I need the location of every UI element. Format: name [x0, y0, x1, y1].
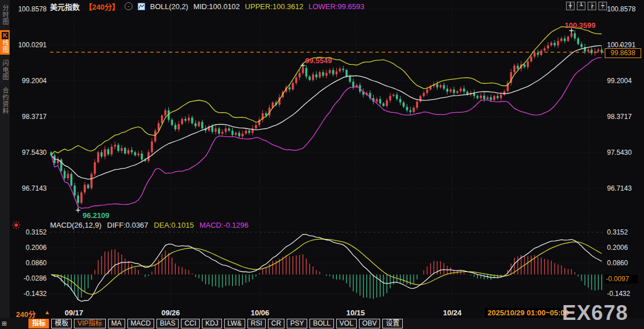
axis-label: 100.8578 [607, 5, 635, 13]
axis-label: -0.1432 [17, 290, 47, 298]
timeshare-chart-tab[interactable]: 分时图 [0, 3, 10, 27]
axis-label: 0.3152 [607, 228, 628, 236]
template-button[interactable]: 模板 [51, 319, 72, 328]
instrument-name: 美元指数 [50, 1, 80, 12]
price-annotation: 100.3599 [565, 21, 596, 30]
boll-settings-label: BOLL(20,2) [150, 2, 188, 11]
date-tick-label: 10/24 [436, 309, 468, 317]
axis-label: -0.1432 [607, 290, 630, 298]
price-up-arrow-icon: ▲ [618, 42, 624, 47]
settings-button[interactable]: 设置 [382, 319, 403, 328]
macd-header: MACD(26,12,9) DIFF:0.0367 DEA:0.1015 MAC… [50, 221, 249, 229]
grid-layout-icon[interactable]: ⊞ [2, 320, 7, 327]
axis-label: 97.5430 [607, 149, 631, 157]
macd-diff-value: DIFF:0.0367 [107, 221, 148, 229]
vol-button[interactable]: VOL [336, 319, 357, 328]
axis-label: 0.0860 [607, 259, 628, 267]
macd-dea-value: DEA:0.1015 [154, 221, 194, 229]
macd-hist-value: MACD:-0.1296 [200, 221, 249, 229]
price-annotation: 96.2109 [82, 211, 109, 220]
kline-chart-tab[interactable]: K线图 [0, 30, 10, 55]
pan-icon[interactable]: ┿ [598, 2, 607, 10]
axis-label: 0.0860 [17, 259, 47, 267]
ma-button[interactable]: MA [108, 319, 125, 328]
axis-label: 99.2004 [607, 77, 631, 85]
psy-button[interactable]: PSY [287, 319, 307, 328]
axis-label: 98.3717 [607, 113, 631, 121]
rsi-button[interactable]: RSI [247, 319, 266, 328]
y-axis-zoom-icon[interactable]: ┺ [577, 2, 585, 10]
axis-label: 100.8578 [17, 5, 47, 13]
chart-canvas[interactable] [0, 0, 644, 329]
trading-app: 分时图K线图闪电图合约资料 美元指数 【240分】 - BOLL(20,2) M… [0, 0, 644, 329]
period-up-arrow-icon[interactable]: ▲ [44, 309, 50, 315]
collapse-icon[interactable]: - [125, 2, 133, 10]
indicator-toolbar: ⊞ 指标模板VIP指标MAMACDBIASCCIKDJLW&RSICRPSYBO… [0, 318, 644, 329]
date-tick-label: 09/17 [58, 309, 90, 317]
time-axis: 240分 ▲ 2025/10/29 01:00~05:00 09/1709/26… [0, 308, 644, 318]
axis-label: 96.7143 [17, 184, 47, 192]
flash-chart-tab[interactable]: 闪电图 [0, 58, 10, 82]
contract-info-tab[interactable]: 合约资料 [0, 85, 10, 116]
bias-button[interactable]: BIAS [156, 319, 179, 328]
sidebar: 分时图K线图闪电图合约资料 [0, 0, 10, 329]
boll-button[interactable]: BOLL [309, 319, 334, 328]
axis-label: 99.2004 [17, 77, 47, 85]
lw-button[interactable]: LW& [224, 319, 245, 328]
current-bar-datetime: 2025/10/29 01:00~05:00 [485, 308, 572, 318]
date-tick-label: 10/06 [244, 309, 276, 317]
cci-button[interactable]: CCI [181, 319, 200, 328]
date-tick-label: 09/26 [155, 309, 187, 317]
chart-tool-icons: ╋┺┢┿ [566, 2, 607, 10]
brand-watermark: EX678 [562, 302, 628, 324]
boll-upper-value: UPPER:100.3612 [245, 2, 304, 11]
axis-label: 0.3152 [17, 228, 47, 236]
macd-button[interactable]: MACD [127, 319, 154, 328]
boll-lower-value: LOWER:99.6593 [308, 2, 364, 11]
obv-button[interactable]: OBV [359, 319, 380, 328]
chart-header: 美元指数 【240分】 - BOLL(20,2) MID:100.0102 UP… [50, 2, 365, 11]
current-price-tag: 99.8638 [605, 48, 641, 58]
axis-label: 0.2006 [607, 244, 628, 252]
indicator-button[interactable]: 指标 [28, 319, 49, 328]
axis-label: 98.3717 [17, 113, 47, 121]
chart-type-icon[interactable] [138, 3, 145, 10]
date-tick-label: 10/15 [340, 309, 371, 317]
kdj-button[interactable]: KDJ [202, 319, 222, 328]
x-axis-zoom-icon[interactable]: ┢ [588, 2, 596, 10]
price-annotation: 99.5549 [306, 56, 332, 65]
axis-label: -0.0286 [17, 274, 47, 282]
axis-label: 97.5430 [17, 149, 47, 157]
crosshair-icon[interactable]: ╋ [566, 2, 575, 10]
vip-indicator-button[interactable]: VIP指标 [74, 319, 105, 328]
period-label[interactable]: 【240分】 [85, 1, 119, 12]
cr-button[interactable]: CR [268, 319, 284, 328]
current-macd-tag: -0.0097 [605, 275, 638, 283]
macd-params-label: MACD(26,12,9) [50, 221, 101, 229]
axis-label: 96.7143 [607, 184, 631, 192]
boll-mid-value: MID:100.0102 [193, 2, 240, 11]
axis-label: 0.2006 [17, 244, 47, 252]
axis-label: 100.0291 [17, 41, 47, 49]
